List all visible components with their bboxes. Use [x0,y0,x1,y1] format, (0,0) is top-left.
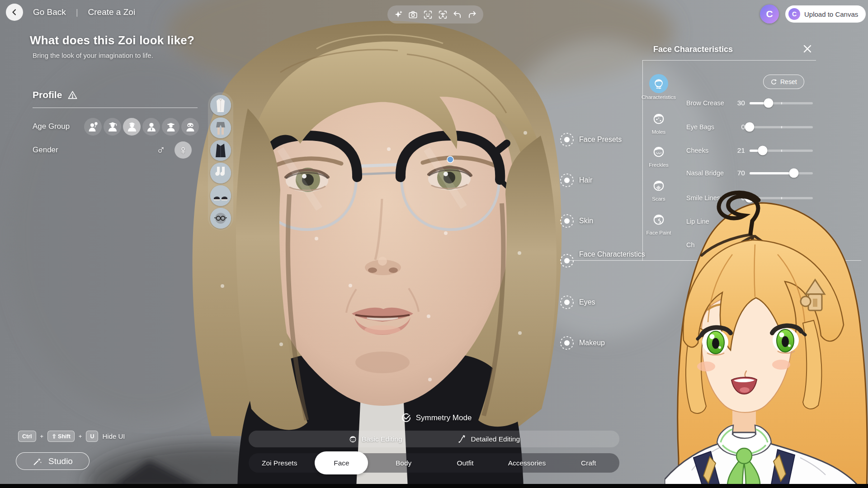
slider-thumb[interactable] [789,169,799,178]
radio-icon [559,132,575,147]
freckles-face-icon [651,144,666,159]
category-eyes[interactable]: Eyes [559,295,595,310]
equipped-item-white-socks[interactable] [210,163,231,183]
characteristics-face-icon [652,77,665,90]
warning-icon [67,90,78,100]
basic-editing-button[interactable]: Basic Editing [345,434,405,444]
equipped-items-strip [208,92,233,230]
slider-thumb[interactable] [758,146,768,155]
body-scan-icon[interactable] [437,9,448,20]
radio-icon [559,173,575,188]
category-face-characteristics[interactable]: Face Characteristics [559,253,645,268]
screen-subheading: Bring the look of your imagination to li… [33,52,194,59]
sparkle-icon[interactable] [393,9,404,20]
category-hair[interactable]: Hair [559,173,592,188]
face-paint-icon [651,211,666,227]
studio-button[interactable]: Studio [16,452,90,470]
magic-wand-icon [33,456,42,466]
camera-icon[interactable] [407,9,419,20]
slider-row-cheeks: Cheeks 21 [686,145,813,155]
scars-face-icon [651,178,666,193]
gender-option-male[interactable]: ♂ [152,141,170,159]
header-left: Go Back | Create a Zoi [6,4,135,21]
panel-title: Face Characteristics [653,45,733,54]
age-option-infant[interactable] [84,118,102,136]
canvas-logo-icon[interactable]: C [760,5,779,23]
profile-divider [33,108,198,108]
age-group-label: Age Group [33,122,70,131]
reset-icon [770,79,777,85]
gender-label: Gender [33,145,58,155]
radio-icon [559,335,575,351]
bottom-tab-bar: Zoi Presets Face Body Outfit Accessories… [249,453,619,473]
ctrl-keycap: Ctrl [18,431,36,442]
canvas-mini-icon: C [788,8,800,20]
editing-mode-bar: Basic Editing Detailed Editing [249,431,619,447]
slider-row-nasal-bridge: Nasal Bridge 70 [686,168,813,178]
go-back-link[interactable]: Go Back [33,7,66,17]
brow-crease-slider[interactable] [750,102,813,104]
letterbox-bar [0,484,868,488]
equipped-item-shorts[interactable] [210,117,231,138]
category-makeup[interactable]: Makeup [559,335,605,351]
equipped-item-dark-vest[interactable] [210,140,231,161]
nasal-bridge-slider[interactable] [750,172,813,174]
tab-outfit[interactable]: Outfit [434,459,496,467]
face-scan-icon[interactable] [422,9,434,20]
tab-zoi-presets[interactable]: Zoi Presets [249,459,310,467]
gender-option-female[interactable]: ♀ [175,141,192,159]
hide-ui-label: Hide UI [102,432,125,440]
close-icon[interactable] [802,43,813,55]
basic-editing-face-icon [348,434,358,444]
header-separator: | [76,8,78,17]
chevron-left-icon [10,8,19,16]
tool-characteristics[interactable]: Characteristics [640,74,678,100]
slider-row-brow-crease: Brow Crease 30 [686,98,813,108]
back-button[interactable] [6,4,23,21]
equipped-item-white-shirt[interactable] [210,95,231,116]
category-skin[interactable]: Skin [559,213,593,229]
detailed-editing-icon [458,434,467,444]
undo-icon[interactable] [452,9,463,20]
equipped-item-glasses[interactable] [210,208,231,229]
shift-keycap: ⇧ Shift [47,431,75,442]
tab-face[interactable]: Face [315,451,368,474]
slider-thumb[interactable] [764,99,774,108]
reset-button[interactable]: Reset [763,75,804,89]
page-title: Create a Zoi [88,7,136,17]
redo-icon[interactable] [467,9,478,20]
radio-icon [559,213,575,229]
symmetry-mode-toggle[interactable]: Symmetry Mode [362,412,511,423]
slider-thumb[interactable] [745,122,755,132]
slider-row-eye-bags: Eye Bags 0 [686,122,813,132]
cheeks-slider[interactable] [750,150,813,152]
upload-to-canvas-button[interactable]: C Upload to Canvas [785,5,866,23]
create-a-zoi-screen: Go Back | Create a Zoi C C Upload to Can… [0,0,868,488]
age-option-child[interactable] [104,118,121,136]
profile-section-title: Profile [33,89,78,100]
age-option-young-adult[interactable] [123,118,141,136]
category-face-presets[interactable]: Face Presets [559,132,622,147]
viewport-toolbar [387,5,483,23]
eye-bags-slider[interactable] [750,126,813,128]
age-option-senior[interactable] [181,118,199,136]
age-option-middle-aged[interactable] [162,118,179,136]
radio-icon [559,253,575,268]
u-keycap: U [86,431,98,442]
panel-border-top [642,60,816,61]
tool-moles[interactable]: Moles [640,109,678,135]
tab-body[interactable]: Body [373,459,434,467]
tab-craft[interactable]: Craft [558,459,619,467]
tool-freckles[interactable]: Freckles [640,142,678,168]
vtuber-overlay [665,187,868,488]
equipped-item-oxford-shoes[interactable] [210,185,231,206]
tab-accessories[interactable]: Accessories [496,459,557,467]
intro-block: What does this Zoi look like? Bring the … [30,33,194,59]
age-group-options [84,118,199,136]
radio-icon [559,295,575,310]
age-option-adult[interactable] [142,118,160,136]
detailed-editing-button[interactable]: Detailed Editing [455,434,523,444]
screen-heading: What does this Zoi look like? [30,33,194,47]
moles-face-icon [651,111,666,126]
hide-ui-shortcut: Ctrl + ⇧ Shift + U Hide UI [18,431,125,442]
